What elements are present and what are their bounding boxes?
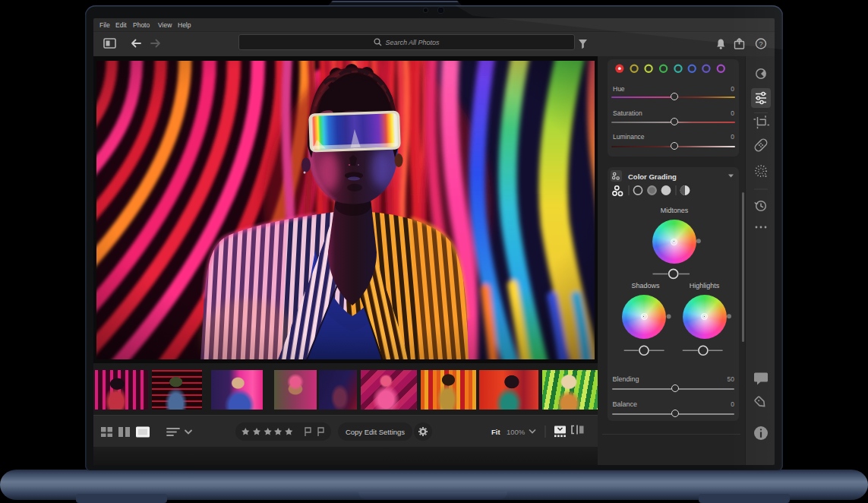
svg-text:Balance: Balance	[613, 400, 638, 408]
svg-text:?: ?	[759, 40, 762, 48]
svg-text:Copy Edit Settings: Copy Edit Settings	[346, 428, 405, 436]
svg-text:Fit: Fit	[491, 428, 500, 436]
svg-text:0: 0	[731, 400, 734, 408]
svg-text:Shadows: Shadows	[631, 282, 660, 289]
svg-text:Blending: Blending	[613, 375, 639, 383]
svg-text:Highlights: Highlights	[690, 282, 720, 289]
svg-text:50: 50	[728, 375, 735, 383]
svg-text:Color Grading: Color Grading	[628, 172, 677, 181]
svg-text:Midtones: Midtones	[661, 207, 689, 214]
svg-text:100%: 100%	[507, 428, 526, 436]
